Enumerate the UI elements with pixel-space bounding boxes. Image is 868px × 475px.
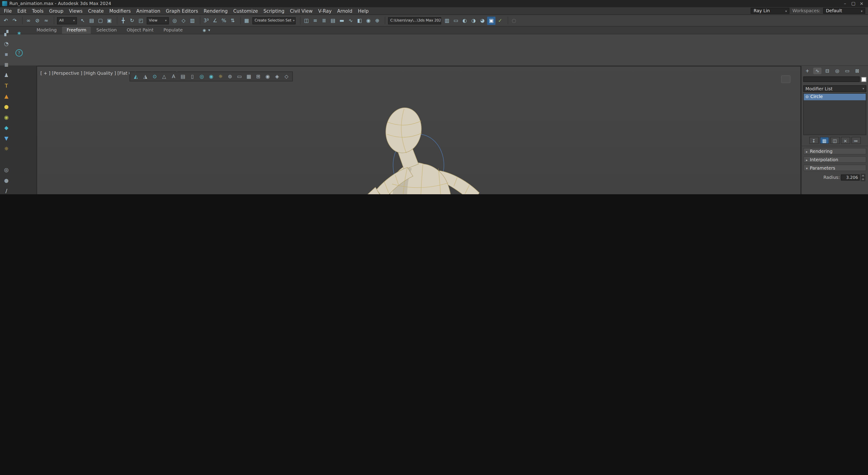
radius-input[interactable]: 3.206 bbox=[841, 175, 860, 181]
select-and-move-icon[interactable]: ╋ bbox=[119, 16, 127, 25]
transform-tool-icon[interactable]: ▞ bbox=[2, 28, 11, 38]
menu-animation[interactable]: Animation bbox=[133, 8, 163, 13]
viewcube[interactable] bbox=[781, 76, 790, 83]
pencil-tool-icon[interactable]: ∕ bbox=[2, 186, 11, 194]
menu-rendering[interactable]: Rendering bbox=[201, 8, 230, 13]
monitor-icon[interactable]: ▭ bbox=[235, 72, 244, 80]
help-circle-icon[interactable]: ? bbox=[16, 49, 23, 57]
menu-civil-view[interactable]: Civil View bbox=[287, 8, 315, 13]
gem-icon[interactable]: ◈ bbox=[273, 72, 281, 80]
edit-named-selection-sets-icon[interactable]: ▦ bbox=[243, 16, 251, 25]
wheel-tool-icon[interactable]: ◎ bbox=[2, 165, 11, 175]
select-by-name-icon[interactable]: ▤ bbox=[88, 16, 96, 25]
spray-tool-icon[interactable]: ◆ bbox=[2, 123, 11, 132]
rollout-parameters[interactable]: ▾Parameters bbox=[803, 165, 866, 171]
selection-filter-dropdown[interactable]: All▾ bbox=[57, 17, 77, 24]
modifier-stack-item-circle[interactable]: ⊙Circle bbox=[804, 93, 866, 100]
schematic-view-icon[interactable]: ◧ bbox=[355, 16, 364, 25]
ribbon-tab-freeform[interactable]: Freeform bbox=[62, 27, 91, 34]
reference-coordinate-dropdown[interactable]: View▾ bbox=[147, 17, 169, 24]
toggle-scene-explorer-icon[interactable]: ≣ bbox=[320, 16, 328, 25]
show-end-result-icon[interactable]: ▥ bbox=[819, 137, 829, 144]
text-tool-icon[interactable]: T bbox=[2, 81, 11, 90]
redo-icon[interactable]: ↷ bbox=[10, 16, 19, 25]
sun-tool-icon[interactable]: ☼ bbox=[2, 144, 11, 153]
star-tool-icon[interactable]: ∗ bbox=[14, 28, 24, 38]
viewport-canvas[interactable] bbox=[37, 66, 801, 194]
menu-file[interactable]: File bbox=[1, 8, 14, 13]
render-lighting-icon[interactable]: ◐ bbox=[461, 16, 469, 25]
mirror-icon[interactable]: ◫ bbox=[302, 16, 311, 25]
make-unique-icon[interactable]: ◫ bbox=[830, 137, 839, 144]
bind-to-space-warp-icon[interactable]: ≈ bbox=[42, 16, 51, 25]
window-crossing-icon[interactable]: ▣ bbox=[105, 16, 114, 25]
grid-icon[interactable]: ⊞ bbox=[254, 72, 262, 80]
menu-modifiers[interactable]: Modifiers bbox=[106, 8, 133, 13]
render-production-icon[interactable]: ▣ bbox=[487, 16, 496, 25]
cone-icon[interactable]: △ bbox=[160, 72, 168, 80]
minimize-button[interactable]: – bbox=[841, 0, 849, 7]
ribbon-pin-icon[interactable]: ◉ bbox=[203, 28, 206, 33]
angle-snap-icon[interactable]: ∠ bbox=[211, 16, 219, 25]
render-setup-icon[interactable]: ⊕ bbox=[373, 16, 381, 25]
lamp-icon[interactable]: ☼ bbox=[217, 72, 225, 80]
menu-group[interactable]: Group bbox=[46, 8, 66, 13]
modify-tab[interactable]: ∿ bbox=[813, 67, 822, 74]
user-account-dropdown[interactable]: Ray Lin ▾ bbox=[751, 8, 789, 14]
curve-editor-icon[interactable]: ∿ bbox=[346, 16, 355, 25]
box-tool-icon[interactable]: ▪ bbox=[2, 49, 11, 59]
object-name-field[interactable] bbox=[803, 77, 860, 82]
spinner-snap-icon[interactable]: ⇅ bbox=[228, 16, 237, 25]
film-icon[interactable]: ▦ bbox=[245, 72, 253, 80]
configure-modifier-sets-icon[interactable]: ≔ bbox=[851, 137, 861, 144]
ribbon-tab-selection[interactable]: Selection bbox=[92, 27, 121, 34]
toggle-ribbon-icon[interactable]: ▬ bbox=[338, 16, 346, 25]
undo-icon[interactable]: ↶ bbox=[2, 16, 10, 25]
rectangular-selection-icon[interactable]: ▢ bbox=[96, 16, 105, 25]
scene-list-icon[interactable]: ≣ bbox=[2, 60, 11, 69]
render-iterative-icon[interactable]: ◑ bbox=[469, 16, 478, 25]
cone-tool-icon[interactable]: ▲ bbox=[2, 91, 11, 101]
droplet-tool-icon[interactable]: ▼ bbox=[2, 133, 11, 143]
modifier-list-dropdown[interactable]: Modifier List ▾ bbox=[803, 85, 866, 92]
gray-sphere-icon[interactable]: ● bbox=[2, 176, 11, 185]
menu-edit[interactable]: Edit bbox=[14, 8, 29, 13]
sphere-tool-icon[interactable]: ● bbox=[2, 102, 11, 111]
use-pivot-center-icon[interactable]: ◎ bbox=[170, 16, 179, 25]
stack-visibility-icon[interactable]: ⊙ bbox=[806, 93, 809, 100]
menu-tools[interactable]: Tools bbox=[29, 8, 46, 13]
toggle-layer-explorer-icon[interactable]: ▤ bbox=[329, 16, 337, 25]
maximize-button[interactable]: ▢ bbox=[849, 0, 858, 7]
lightbulb-icon[interactable]: ⊙ bbox=[151, 72, 159, 80]
rollout-interpolation[interactable]: ▸Interpolation bbox=[803, 156, 866, 163]
ribbon-tab-populate[interactable]: Populate bbox=[159, 27, 187, 34]
close-button[interactable]: × bbox=[857, 0, 866, 7]
ribbon-minimize-icon[interactable]: ▾ bbox=[208, 28, 210, 33]
unlink-selection-icon[interactable]: ⊘ bbox=[33, 16, 42, 25]
snap-toggle-3d-icon[interactable]: 3³ bbox=[202, 16, 211, 25]
book-icon[interactable]: ▤ bbox=[179, 72, 187, 80]
bulb-icon[interactable]: ⊚ bbox=[226, 72, 234, 80]
menu-scripting[interactable]: Scripting bbox=[261, 8, 287, 13]
menu-graph-editors[interactable]: Graph Editors bbox=[163, 8, 201, 13]
select-object-icon[interactable]: ↖ bbox=[79, 16, 87, 25]
remove-modifier-icon[interactable]: × bbox=[841, 137, 850, 144]
orbit-view-icon[interactable]: ◔ bbox=[2, 39, 11, 48]
utilities-tab[interactable]: ⊠ bbox=[853, 67, 862, 74]
eye-icon[interactable]: ◉ bbox=[264, 72, 272, 80]
keyboard-override-icon[interactable]: ▥ bbox=[188, 16, 197, 25]
help-search-icon[interactable]: ◌ bbox=[510, 16, 518, 25]
rollout-rendering[interactable]: ▸Rendering bbox=[803, 148, 866, 154]
menu-create[interactable]: Create bbox=[85, 8, 106, 13]
render-check-icon[interactable]: ✓ bbox=[496, 16, 504, 25]
ribbon-tab-modeling[interactable]: Modeling bbox=[32, 27, 61, 34]
object-color-swatch[interactable] bbox=[862, 77, 866, 82]
character-icon[interactable]: ♟ bbox=[2, 70, 11, 80]
pin-stack-icon[interactable]: ↧ bbox=[809, 137, 818, 144]
radius-spinner[interactable]: ▴ ▾ bbox=[861, 174, 865, 181]
menu-views[interactable]: Views bbox=[66, 8, 85, 13]
person-icon[interactable]: ◮ bbox=[141, 72, 150, 80]
menu-customize[interactable]: Customize bbox=[230, 8, 261, 13]
display-tab[interactable]: ▭ bbox=[843, 67, 851, 74]
hierarchy-tab[interactable]: ⊟ bbox=[823, 67, 832, 74]
